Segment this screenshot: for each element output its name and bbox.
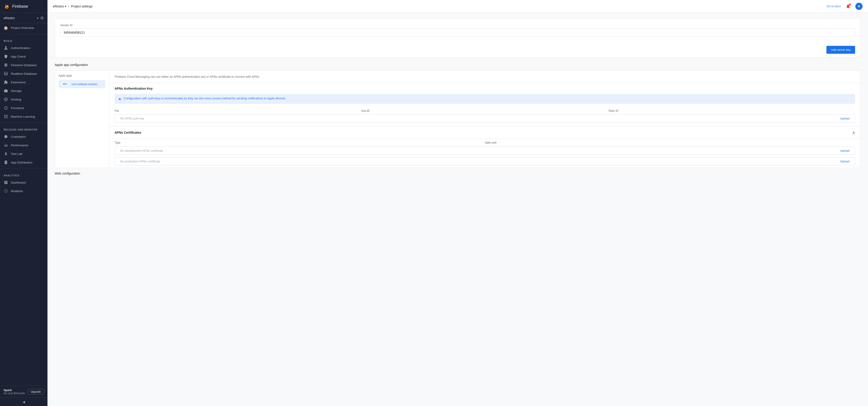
build-section-label: Build (0, 36, 48, 43)
apns-cert-table-header: Type Valid until (109, 139, 861, 146)
topbar-separator: › (68, 4, 69, 8)
sidebar-item-test-lab[interactable]: Test Lab (0, 149, 46, 158)
ml-icon (4, 114, 8, 119)
sidebar-item-label: Realtime (11, 190, 23, 193)
sidebar-item-label: Firestore Database (11, 63, 37, 67)
project-selector[interactable]: eRestro ▾ ⚙ (0, 13, 48, 24)
apns-auth-key-row: No APNs auth key Upload (115, 114, 855, 123)
sender-id-card: Sender ID 945646458121 Add server key (55, 18, 861, 58)
project-settings-icon[interactable]: ⚙ (40, 15, 44, 21)
sidebar-item-label: App Check (11, 55, 26, 58)
main-area: eRestro ▾ › Project settings Go to docs … (48, 0, 868, 406)
svg-point-6 (6, 137, 6, 137)
database-icon (4, 71, 8, 76)
sidebar-item-dashboard[interactable]: Dashboard (0, 178, 46, 187)
sidebar-item-crashlytics[interactable]: Crashlytics (0, 132, 46, 141)
upgrade-button[interactable]: Upgrade (28, 389, 44, 395)
sidebar: Firebase eRestro ▾ ⚙ 🏠 Project Overview … (0, 0, 48, 406)
sender-id-value: 945646458121 (60, 28, 855, 37)
sidebar-item-label: Performance (11, 144, 28, 147)
topbar: eRestro ▾ › Project settings Go to docs … (48, 0, 868, 13)
sidebar-item-project-overview[interactable]: 🏠 Project Overview (0, 24, 46, 32)
team-id-col-header: Team ID (608, 109, 855, 112)
sidebar-item-label: Machine Learning (11, 115, 35, 118)
notification-badge (849, 4, 851, 5)
sidebar-item-label: Project Overview (11, 26, 34, 30)
apns-auth-key-title: APNs Authentication Key (115, 87, 153, 90)
sidebar-item-label: Extensions (11, 80, 26, 84)
chevron-up-icon[interactable]: ∧ (852, 130, 855, 135)
sender-id-section: Sender ID 945646458121 (55, 18, 861, 42)
home-icon: 🏠 (4, 26, 8, 30)
extensions-icon (4, 80, 8, 84)
topbar-page-title: Project settings (71, 4, 93, 8)
dev-cert-row: No development APNs certificate Upload (115, 146, 855, 155)
plan-name: Spark (4, 388, 25, 392)
person-icon (4, 45, 8, 50)
apns-auth-key-section: APNs Authentication Key ★ Configuration … (109, 83, 861, 127)
apns-no-auth-key-text: No APNs auth key (120, 117, 840, 120)
no-dev-cert-text: No development APNs certificate (120, 149, 840, 153)
star-icon: ★ (118, 97, 121, 101)
sidebar-item-storage[interactable]: Storage (0, 87, 46, 95)
sidebar-item-app-distribution[interactable]: App Distribution (0, 158, 46, 167)
sidebar-item-hosting[interactable]: Hosting (0, 95, 46, 104)
apns-cert-section: APNs Certificates ∧ Type Valid until No … (109, 127, 861, 166)
realtime-icon (4, 189, 8, 193)
apple-right-panel: Firebase Cloud Messaging can use either … (109, 70, 861, 168)
apns-table-header: File Key ID Team ID (109, 107, 861, 114)
dropdown-arrow-icon: ▾ (65, 5, 66, 8)
topbar-project-selector[interactable]: eRestro ▾ (53, 4, 66, 8)
valid-until-col-header: Valid until (485, 141, 855, 144)
web-config-heading: Web configuration (55, 168, 861, 177)
dashboard-icon (4, 180, 8, 185)
go-to-docs-link[interactable]: Go to docs (827, 4, 841, 8)
sidebar-item-extensions[interactable]: Extensions (0, 78, 46, 87)
apns-auth-key-header: APNs Authentication Key (109, 83, 861, 94)
sidebar-header: Firebase (0, 0, 48, 13)
apns-cert-title: APNs Certificates (115, 131, 141, 134)
add-server-key-section: Add server key (55, 42, 861, 57)
test-lab-icon (4, 151, 8, 156)
apple-app-item[interactable]: iOS+ com.wrteam.erestro (59, 80, 105, 88)
sidebar-divider-release (0, 123, 48, 123)
sidebar-item-label: Crashlytics (11, 135, 26, 138)
no-prod-cert-text: No production APNs certificate (120, 160, 840, 163)
performance-icon (4, 143, 8, 147)
avatar[interactable]: H (855, 3, 863, 10)
add-server-key-button[interactable]: Add server key (827, 46, 855, 54)
analytics-section-label: Analytics (0, 170, 48, 178)
svg-rect-7 (5, 161, 7, 164)
panel-description: Firebase Cloud Messaging can use either … (109, 70, 861, 83)
apns-recommendation-banner: ★ Configuration with auth keys is recomm… (115, 94, 855, 104)
svg-text:(·): (·) (5, 107, 7, 109)
sidebar-item-realtime[interactable]: Realtime (0, 187, 46, 195)
notification-button[interactable] (844, 3, 852, 10)
project-name: eRestro (4, 16, 37, 20)
sidebar-item-app-check[interactable]: App Check (0, 52, 46, 61)
sidebar-item-performance[interactable]: Performance (0, 141, 46, 149)
file-col-header: File (115, 109, 362, 112)
release-section-label: Release and monitor (0, 125, 48, 132)
sidebar-item-firestore[interactable]: Firestore Database (0, 61, 46, 69)
apns-upload-link[interactable]: Upload (840, 117, 849, 120)
sidebar-item-realtime-db[interactable]: Realtime Database (0, 69, 46, 78)
functions-icon: (·) (4, 106, 8, 110)
topbar-left: eRestro ▾ › Project settings (53, 4, 92, 8)
sidebar-item-label: Hosting (11, 98, 21, 101)
sidebar-item-label: Storage (11, 89, 22, 93)
firestore-icon (4, 63, 8, 67)
ios-badge: iOS+ (61, 82, 69, 86)
sidebar-item-authentication[interactable]: Authentication (0, 43, 46, 52)
chevron-left-icon: ◀ (23, 400, 25, 404)
sidebar-item-ml[interactable]: Machine Learning (0, 112, 46, 121)
type-col-header: Type (115, 141, 485, 144)
dev-cert-upload-link[interactable]: Upload (840, 149, 849, 153)
sender-id-label: Sender ID (60, 24, 855, 27)
topbar-right: Go to docs H (827, 3, 863, 10)
apple-config-section: Apple app configuration Apple apps iOS+ … (55, 63, 861, 168)
prod-cert-upload-link[interactable]: Upload (840, 160, 849, 163)
sidebar-item-label: Realtime Database (11, 72, 37, 75)
collapse-sidebar-button[interactable]: ◀ (0, 398, 48, 406)
sidebar-item-functions[interactable]: (·) Functions (0, 104, 46, 112)
